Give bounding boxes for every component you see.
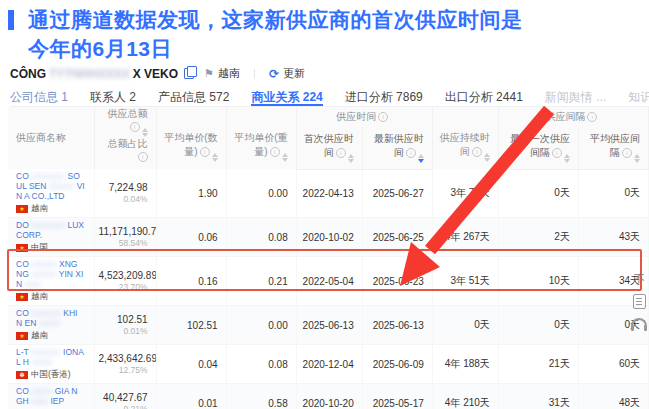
cell-duration: 4年 188天 (432, 345, 498, 384)
headline-line2: 今年的6月13日 (28, 37, 172, 60)
cell-latest: 2025-06-09 (362, 345, 432, 384)
feedback-form-icon[interactable] (633, 294, 646, 309)
tab-import-analysis[interactable]: 进口分析 7869 (345, 89, 423, 106)
info-icon[interactable]: i (200, 147, 210, 157)
supplier-name-cell: L-T xxxxxxx IONA L H xxxxx ✽中国(香港) (8, 345, 94, 384)
supplier-country: ✽中国(香港) (16, 369, 86, 381)
tab-ip[interactable]: 知识产权 ... (628, 89, 649, 106)
column-header-duration[interactable]: 供应持续时间i (432, 107, 498, 169)
cell-avg_gap: 60天 (578, 345, 648, 384)
supplier-name-link[interactable]: CO xxxxx GIA N GH xxxx IEP (16, 386, 86, 406)
cell-unit_qty: 102.51 (156, 306, 226, 345)
cell-last_gap: 2天 (498, 218, 578, 257)
tab-contacts[interactable]: 联系人 2 (90, 89, 136, 106)
tab-company-info[interactable]: 公司信息 1 (10, 89, 68, 106)
table-row-highlighted: CO xxxxxxx KHI N EN xxxxx ★越南102.510.01%… (8, 306, 649, 345)
cell-last_gap: 21天 (498, 345, 578, 384)
cell-total: 102.510.01% (94, 306, 156, 345)
divider (254, 69, 255, 79)
info-icon[interactable]: i (622, 148, 632, 158)
cell-duration: 3年 51天 (432, 257, 498, 306)
table-head: 供应商名称供应总额i总额占比i平均单价(数量)i平均单价(重量)i供应时间i供应… (8, 107, 649, 169)
cell-unit_wt: 0.08 (226, 218, 296, 257)
column-header-unit_wt[interactable]: 平均单价(重量)i (226, 107, 296, 169)
info-icon[interactable]: i (130, 122, 140, 132)
table-row: CO xxxxxxxx SOUL SEN xxxxxx VIN A CO.,LT… (8, 169, 649, 218)
column-header-name: 供应商名称 (8, 107, 94, 169)
supplier-name-cell: CO xxxxxx XNG NG xxxxxx YIN XIN xxxx ★越南 (8, 257, 94, 306)
cell-duration: 0天 (432, 306, 498, 345)
tab-products[interactable]: 产品信息 572 (158, 89, 229, 106)
cell-unit_wt: 0.58 (226, 384, 296, 409)
cell-first: 2020-10-20 (296, 384, 362, 409)
supplier-name-link[interactable]: CO xxxxxxx KHI N EN xxxxx (16, 308, 86, 328)
tab-export-analysis[interactable]: 出口分析 2441 (445, 89, 523, 106)
cell-unit_wt: 0.21 (226, 257, 296, 306)
column-header-total[interactable]: 供应总额i总额占比i (94, 107, 156, 169)
headline-line1: 通过腾道数据发现，这家新供应商的首次供应时间是 (28, 8, 523, 31)
column-header-latest[interactable]: 最新供应时间i (362, 127, 432, 169)
column-header-first[interactable]: 首次供应时间i (296, 127, 362, 169)
cell-total: 4,523,209.8923.70% (94, 257, 156, 306)
supplier-name-link[interactable]: CO xxxxxx XNG NG xxxxxx YIN XIN xxxx (16, 259, 86, 289)
column-header-unit_qty[interactable]: 平均单价(数量)i (156, 107, 226, 169)
cell-last_gap: 0天 (498, 306, 578, 345)
sort-icon[interactable] (348, 154, 354, 163)
info-icon[interactable]: i (270, 147, 280, 157)
sort-icon[interactable] (484, 153, 490, 162)
info-icon[interactable]: i (587, 112, 597, 122)
cell-latest: 2025-06-23 (362, 257, 432, 306)
supplier-country: ★越南 (16, 203, 86, 215)
cell-last_gap: 10天 (498, 257, 578, 306)
info-icon[interactable]: i (472, 147, 482, 157)
supplier-name-cell: DO xxxxxxxx LUX CORP. ★中国 (8, 218, 94, 257)
sort-icon[interactable] (418, 154, 424, 163)
tab-business-relations[interactable]: 商业关系 224 (251, 89, 322, 106)
flag-icon-vn: ★ (16, 205, 28, 213)
flag-icon-vn: ★ (16, 293, 28, 301)
info-icon[interactable]: i (552, 148, 562, 158)
cell-unit_qty: 0.01 (156, 384, 226, 409)
cell-unit_qty: 0.06 (156, 218, 226, 257)
sort-icon[interactable] (212, 153, 218, 162)
annotation-headline: 通过腾道数据发现，这家新供应商的首次供应时间是 今年的6月13日 (8, 5, 640, 63)
copy-icon[interactable] (184, 68, 194, 79)
column-header-last_gap[interactable]: 最近一次供应间隔i (498, 127, 578, 169)
refresh-button[interactable]: ⟳ 更新 (269, 66, 305, 81)
cell-total: 2,433,642.6912.75% (94, 345, 156, 384)
sort-icon[interactable] (282, 153, 288, 162)
supplier-name-link[interactable]: L-T xxxxxxx IONA L H xxxxx (16, 347, 86, 367)
table-row: DO xxxxxxxx LUX CORP. ★中国11,171,190.7558… (8, 218, 649, 257)
sort-icon[interactable] (142, 128, 148, 137)
cell-total: 40,427.670.21% (94, 384, 156, 409)
info-icon[interactable]: i (406, 148, 416, 158)
tab-bar: 公司信息 1联系人 2产品信息 572商业关系 224进口分析 7869出口分析… (10, 89, 649, 107)
tab-news[interactable]: 新闻舆情 ... (545, 89, 606, 106)
customer-service-icon[interactable] (631, 318, 647, 328)
country-flag-icon: ⚑ (204, 67, 214, 80)
cell-duration: 4年 267天 (432, 218, 498, 257)
floating-text: 不 (634, 272, 645, 287)
cell-unit_wt: 0.08 (226, 345, 296, 384)
cell-total: 7,224.980.04% (94, 169, 156, 218)
supplier-name-link[interactable]: DO xxxxxxxx LUX CORP. (16, 220, 86, 240)
sort-icon[interactable] (634, 154, 640, 163)
info-icon[interactable]: i (336, 148, 346, 158)
supplier-table: 供应商名称供应总额i总额占比i平均单价(数量)i平均单价(重量)i供应时间i供应… (8, 107, 649, 409)
supplier-name-cell: CO xxxxxxxx SOUL SEN xxxxxx VIN A CO.,LT… (8, 169, 94, 218)
cell-first: 2020-12-04 (296, 345, 362, 384)
table-body: CO xxxxxxxx SOUL SEN xxxxxx VIN A CO.,LT… (8, 169, 649, 409)
supplier-name-cell: CO xxxxxxx KHI N EN xxxxx ★越南 (8, 306, 94, 345)
cell-latest: 2025-06-13 (362, 306, 432, 345)
supplier-name-link[interactable]: CO xxxxxxxx SOUL SEN xxxxxx VIN A CO.,LT… (16, 171, 86, 201)
refresh-icon: ⟳ (269, 67, 279, 81)
sort-icon[interactable] (564, 154, 570, 163)
cell-duration: 4年 210天 (432, 384, 498, 409)
column-header-avg_gap[interactable]: 平均供应间隔i (578, 127, 648, 169)
flag-icon-cn: ★ (16, 244, 28, 252)
cell-latest: 2025-06-27 (362, 169, 432, 218)
cell-first: 2022-04-13 (296, 169, 362, 218)
info-icon[interactable]: i (138, 152, 148, 162)
cell-first: 2022-05-04 (296, 257, 362, 306)
info-icon[interactable]: i (378, 112, 388, 122)
